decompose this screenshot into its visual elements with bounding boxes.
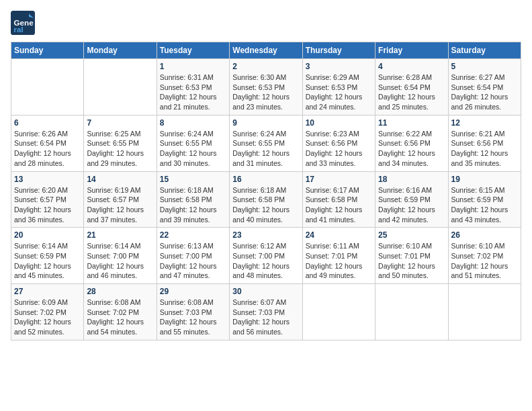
- calendar-cell: 19Sunrise: 6:15 AMSunset: 6:59 PMDayligh…: [448, 171, 521, 228]
- day-number: 27: [14, 287, 81, 296]
- calendar-cell: [375, 284, 448, 340]
- calendar-cell: 8Sunrise: 6:24 AMSunset: 6:55 PMDaylight…: [157, 115, 229, 171]
- day-number: 3: [306, 62, 372, 71]
- day-number: 5: [451, 62, 518, 71]
- header-sunday: Sunday: [11, 42, 84, 59]
- calendar-body: 1Sunrise: 6:31 AMSunset: 6:53 PMDaylight…: [11, 59, 521, 340]
- day-number: 17: [306, 175, 372, 184]
- calendar-week-4: 20Sunrise: 6:14 AMSunset: 6:59 PMDayligh…: [11, 228, 521, 284]
- day-number: 16: [232, 175, 299, 184]
- calendar-cell: 30Sunrise: 6:07 AMSunset: 7:03 PMDayligh…: [230, 284, 302, 340]
- calendar-cell: 5Sunrise: 6:27 AMSunset: 6:54 PMDaylight…: [448, 59, 521, 116]
- day-number: 12: [451, 118, 518, 128]
- day-info: Sunrise: 6:18 AMSunset: 6:58 PMDaylight:…: [232, 185, 299, 225]
- calendar-cell: 28Sunrise: 6:08 AMSunset: 7:02 PMDayligh…: [84, 284, 157, 340]
- day-info: Sunrise: 6:24 AMSunset: 6:55 PMDaylight:…: [232, 129, 299, 169]
- day-number: 20: [14, 230, 81, 240]
- calendar-header: Sunday Monday Tuesday Wednesday Thursday…: [11, 42, 521, 59]
- header-monday: Monday: [84, 42, 157, 59]
- svg-text:ral: ral: [14, 25, 24, 34]
- day-info: Sunrise: 6:11 AMSunset: 7:01 PMDaylight:…: [306, 241, 372, 281]
- calendar-week-2: 6Sunrise: 6:26 AMSunset: 6:54 PMDaylight…: [11, 115, 521, 171]
- calendar-cell: 12Sunrise: 6:21 AMSunset: 6:56 PMDayligh…: [448, 115, 521, 171]
- day-number: 7: [87, 118, 153, 128]
- logo-icon: Gene ral: [11, 11, 35, 35]
- calendar-cell: 18Sunrise: 6:16 AMSunset: 6:59 PMDayligh…: [375, 171, 448, 228]
- day-info: Sunrise: 6:26 AMSunset: 6:54 PMDaylight:…: [14, 129, 81, 169]
- calendar-cell: 7Sunrise: 6:25 AMSunset: 6:55 PMDaylight…: [84, 115, 157, 171]
- day-number: 22: [160, 230, 226, 240]
- calendar-cell: 13Sunrise: 6:20 AMSunset: 6:57 PMDayligh…: [11, 171, 84, 228]
- day-number: 30: [232, 287, 299, 296]
- day-info: Sunrise: 6:13 AMSunset: 7:00 PMDaylight:…: [160, 241, 226, 281]
- calendar-cell: 1Sunrise: 6:31 AMSunset: 6:53 PMDaylight…: [157, 59, 229, 116]
- day-number: 18: [378, 175, 445, 184]
- day-number: 26: [451, 230, 518, 240]
- day-info: Sunrise: 6:20 AMSunset: 6:57 PMDaylight:…: [14, 185, 81, 225]
- day-info: Sunrise: 6:17 AMSunset: 6:58 PMDaylight:…: [306, 185, 372, 225]
- calendar-cell: [302, 284, 375, 340]
- day-number: 9: [232, 118, 299, 128]
- calendar-cell: 11Sunrise: 6:22 AMSunset: 6:56 PMDayligh…: [375, 115, 448, 171]
- day-number: 29: [160, 287, 226, 296]
- day-number: 2: [232, 62, 299, 71]
- day-info: Sunrise: 6:27 AMSunset: 6:54 PMDaylight:…: [451, 73, 518, 112]
- calendar-cell: 27Sunrise: 6:09 AMSunset: 7:02 PMDayligh…: [11, 284, 84, 340]
- calendar-cell: [448, 284, 521, 340]
- day-number: 11: [378, 118, 445, 128]
- day-number: 24: [306, 230, 372, 240]
- day-info: Sunrise: 6:24 AMSunset: 6:55 PMDaylight:…: [160, 129, 226, 169]
- day-number: 25: [378, 230, 445, 240]
- day-info: Sunrise: 6:28 AMSunset: 6:54 PMDaylight:…: [378, 73, 445, 112]
- day-info: Sunrise: 6:25 AMSunset: 6:55 PMDaylight:…: [87, 129, 153, 169]
- calendar-cell: 4Sunrise: 6:28 AMSunset: 6:54 PMDaylight…: [375, 59, 448, 116]
- calendar-cell: 17Sunrise: 6:17 AMSunset: 6:58 PMDayligh…: [302, 171, 375, 228]
- calendar-cell: 23Sunrise: 6:12 AMSunset: 7:00 PMDayligh…: [230, 228, 302, 284]
- day-info: Sunrise: 6:10 AMSunset: 7:01 PMDaylight:…: [378, 241, 445, 281]
- day-info: Sunrise: 6:08 AMSunset: 7:02 PMDaylight:…: [87, 298, 153, 337]
- day-info: Sunrise: 6:29 AMSunset: 6:53 PMDaylight:…: [306, 73, 372, 112]
- calendar-cell: 22Sunrise: 6:13 AMSunset: 7:00 PMDayligh…: [157, 228, 229, 284]
- calendar-cell: [84, 59, 157, 116]
- calendar-table: Sunday Monday Tuesday Wednesday Thursday…: [11, 42, 521, 340]
- calendar-cell: 6Sunrise: 6:26 AMSunset: 6:54 PMDaylight…: [11, 115, 84, 171]
- day-info: Sunrise: 6:14 AMSunset: 7:00 PMDaylight:…: [87, 241, 153, 281]
- day-number: 28: [87, 287, 153, 296]
- calendar-cell: 26Sunrise: 6:10 AMSunset: 7:02 PMDayligh…: [448, 228, 521, 284]
- calendar-cell: [11, 59, 84, 116]
- calendar-cell: 21Sunrise: 6:14 AMSunset: 7:00 PMDayligh…: [84, 228, 157, 284]
- day-number: 1: [160, 62, 226, 71]
- day-info: Sunrise: 6:15 AMSunset: 6:59 PMDaylight:…: [451, 185, 518, 225]
- day-info: Sunrise: 6:21 AMSunset: 6:56 PMDaylight:…: [451, 129, 518, 169]
- day-number: 6: [14, 118, 81, 128]
- calendar-cell: 9Sunrise: 6:24 AMSunset: 6:55 PMDaylight…: [230, 115, 302, 171]
- header-saturday: Saturday: [448, 42, 521, 59]
- calendar-week-1: 1Sunrise: 6:31 AMSunset: 6:53 PMDaylight…: [11, 59, 521, 116]
- calendar-cell: 14Sunrise: 6:19 AMSunset: 6:57 PMDayligh…: [84, 171, 157, 228]
- day-info: Sunrise: 6:08 AMSunset: 7:03 PMDaylight:…: [160, 298, 226, 337]
- header-wednesday: Wednesday: [230, 42, 302, 59]
- day-info: Sunrise: 6:12 AMSunset: 7:00 PMDaylight:…: [232, 241, 299, 281]
- day-info: Sunrise: 6:09 AMSunset: 7:02 PMDaylight:…: [14, 298, 81, 337]
- calendar-cell: 24Sunrise: 6:11 AMSunset: 7:01 PMDayligh…: [302, 228, 375, 284]
- page-header: Gene ral: [11, 11, 521, 35]
- calendar-week-5: 27Sunrise: 6:09 AMSunset: 7:02 PMDayligh…: [11, 284, 521, 340]
- calendar-week-3: 13Sunrise: 6:20 AMSunset: 6:57 PMDayligh…: [11, 171, 521, 228]
- day-info: Sunrise: 6:19 AMSunset: 6:57 PMDaylight:…: [87, 185, 153, 225]
- day-number: 14: [87, 175, 153, 184]
- day-info: Sunrise: 6:18 AMSunset: 6:58 PMDaylight:…: [160, 185, 226, 225]
- day-info: Sunrise: 6:31 AMSunset: 6:53 PMDaylight:…: [160, 73, 226, 112]
- calendar-cell: 2Sunrise: 6:30 AMSunset: 6:53 PMDaylight…: [230, 59, 302, 116]
- day-number: 19: [451, 175, 518, 184]
- calendar-cell: 20Sunrise: 6:14 AMSunset: 6:59 PMDayligh…: [11, 228, 84, 284]
- day-number: 15: [160, 175, 226, 184]
- header-tuesday: Tuesday: [157, 42, 229, 59]
- day-number: 21: [87, 230, 153, 240]
- day-info: Sunrise: 6:14 AMSunset: 6:59 PMDaylight:…: [14, 241, 81, 281]
- logo: Gene ral: [11, 11, 38, 35]
- calendar-cell: 15Sunrise: 6:18 AMSunset: 6:58 PMDayligh…: [157, 171, 229, 228]
- header-thursday: Thursday: [302, 42, 375, 59]
- day-info: Sunrise: 6:10 AMSunset: 7:02 PMDaylight:…: [451, 241, 518, 281]
- day-info: Sunrise: 6:22 AMSunset: 6:56 PMDaylight:…: [378, 129, 445, 169]
- day-info: Sunrise: 6:16 AMSunset: 6:59 PMDaylight:…: [378, 185, 445, 225]
